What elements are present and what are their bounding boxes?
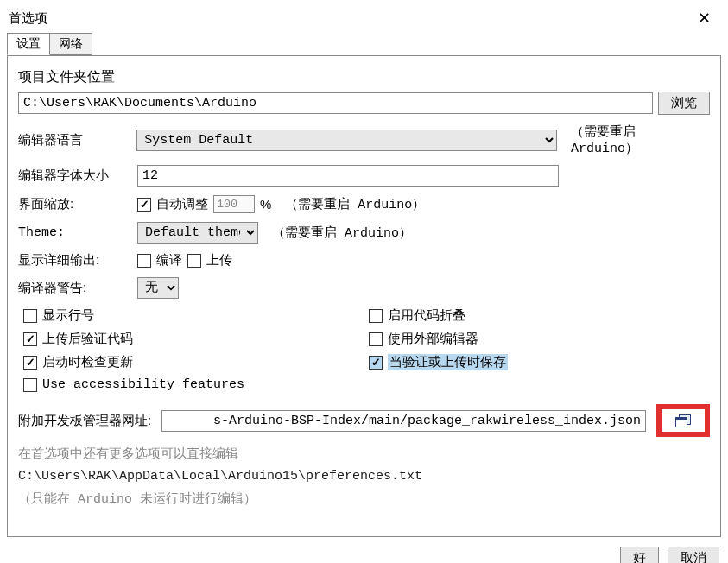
window-icon xyxy=(675,414,691,427)
verify-upload-checkbox[interactable] xyxy=(23,332,37,346)
verbose-upload-label: 上传 xyxy=(206,252,232,269)
scale-percent: % xyxy=(260,197,271,212)
verbose-label: 显示详细输出: xyxy=(18,252,132,269)
boards-url-label: 附加开发板管理器网址: xyxy=(18,413,151,429)
close-icon[interactable]: ✕ xyxy=(693,9,716,28)
tab-settings[interactable]: 设置 xyxy=(7,33,50,55)
cancel-button[interactable]: 取消 xyxy=(668,547,719,563)
external-editor-label: 使用外部编辑器 xyxy=(388,331,478,347)
scale-auto-checkbox[interactable] xyxy=(137,198,151,212)
verbose-compile-label: 编译 xyxy=(156,252,182,269)
sketchbook-label: 项目文件夹位置 xyxy=(18,68,710,86)
editor-fontsize-input[interactable] xyxy=(137,165,559,187)
line-numbers-label: 显示行号 xyxy=(42,307,94,324)
editor-fontsize-label: 编辑器字体大小 xyxy=(18,168,132,184)
theme-hint: （需要重启 Arduino） xyxy=(272,225,412,241)
tab-network[interactable]: 网络 xyxy=(49,33,92,55)
check-updates-checkbox[interactable] xyxy=(23,356,37,370)
scale-label: 界面缩放: xyxy=(18,196,132,212)
warnings-label: 编译器警告: xyxy=(18,280,132,296)
window-title: 首选项 xyxy=(9,10,47,27)
accessibility-checkbox[interactable] xyxy=(23,378,37,392)
scale-hint: （需要重启 Arduino） xyxy=(285,196,425,212)
code-folding-checkbox[interactable] xyxy=(369,309,383,323)
theme-label: Theme: xyxy=(18,225,132,240)
scale-value-stepper[interactable] xyxy=(213,195,255,213)
line-numbers-checkbox[interactable] xyxy=(23,309,37,323)
code-folding-label: 启用代码折叠 xyxy=(388,307,465,324)
sketchbook-path-input[interactable] xyxy=(18,92,653,114)
accessibility-label: Use accessibility features xyxy=(42,377,244,392)
check-updates-label: 启动时检查更新 xyxy=(42,354,133,370)
verbose-compile-checkbox[interactable] xyxy=(137,254,151,268)
boards-url-edit-button[interactable] xyxy=(656,404,710,437)
verbose-upload-checkbox[interactable] xyxy=(187,254,201,268)
save-verify-label: 当验证或上传时保存 xyxy=(388,354,508,370)
save-verify-checkbox[interactable] xyxy=(369,356,383,370)
verify-upload-label: 上传后验证代码 xyxy=(42,331,133,347)
editor-language-select[interactable]: System Default xyxy=(136,130,557,151)
scale-auto-label: 自动调整 xyxy=(156,196,208,212)
boards-url-input[interactable] xyxy=(161,410,646,432)
browse-button[interactable]: 浏览 xyxy=(658,92,710,115)
editor-language-label: 编辑器语言 xyxy=(18,132,131,149)
warnings-select[interactable]: 无 xyxy=(137,277,179,299)
prefs-file-path[interactable]: C:\Users\RAK\AppData\Local\Arduino15\pre… xyxy=(18,469,710,484)
editor-language-hint: （需要重启 Arduino） xyxy=(571,123,710,156)
external-editor-checkbox[interactable] xyxy=(369,332,383,346)
theme-select[interactable]: Default theme xyxy=(137,222,258,244)
prefs-edit-note: （只能在 Arduino 未运行时进行编辑） xyxy=(18,490,710,507)
more-prefs-hint: 在首选项中还有更多选项可以直接编辑 xyxy=(18,446,710,462)
ok-button[interactable]: 好 xyxy=(620,547,659,563)
